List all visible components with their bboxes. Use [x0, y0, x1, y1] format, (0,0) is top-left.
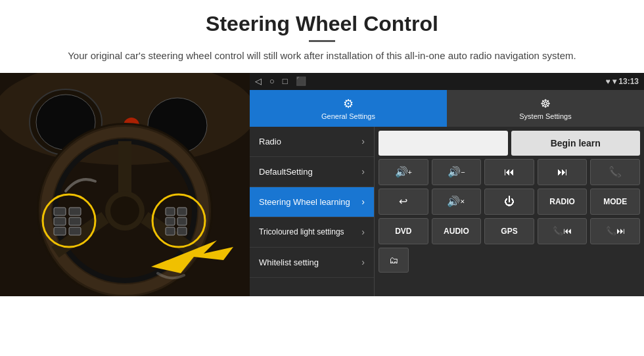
menu-default-chevron: ›: [361, 166, 365, 177]
vol-up-button[interactable]: 🔊+: [379, 159, 428, 185]
tab-system[interactable]: ☸ System Settings: [447, 90, 644, 127]
tab-general[interactable]: ⚙ General Settings: [250, 90, 447, 127]
menu-item-whitelist[interactable]: Whitelist setting ›: [250, 248, 374, 278]
menu-item-radio[interactable]: Radio ›: [250, 127, 374, 157]
svg-rect-16: [54, 208, 66, 215]
row-begin-learn: Begin learn: [379, 131, 640, 156]
call-next-button[interactable]: 📞⏭: [590, 218, 640, 244]
mute-button[interactable]: 🔊✕: [432, 189, 482, 215]
row-media-controls: DVD AUDIO GPS 📞⏮ 📞⏭: [379, 218, 640, 244]
tab-system-label: System Settings: [519, 112, 571, 120]
menu-steering-chevron: ›: [361, 196, 365, 207]
row-volume-controls: 🔊+ 🔊− ⏮ ⏭ 📞: [379, 159, 640, 185]
status-icons: ◁ ○ □ ⬛: [255, 76, 306, 86]
svg-rect-23: [166, 208, 175, 215]
menu-item-tricoloured[interactable]: Tricoloured light settings ›: [250, 217, 374, 248]
power-button[interactable]: ⏻: [484, 189, 534, 215]
menu-whitelist-chevron: ›: [361, 257, 365, 267]
svg-rect-21: [69, 227, 81, 235]
tab-bar: ⚙ General Settings ☸ System Settings: [250, 90, 644, 127]
sw-background: [0, 73, 250, 296]
menu-item-steering[interactable]: Steering Wheel learning ›: [250, 187, 374, 217]
learn-input[interactable]: [379, 131, 508, 156]
row-icon: 🗂: [379, 248, 640, 273]
status-bar: ◁ ○ □ ⬛ ♥ ▾ 13:13: [250, 73, 644, 90]
radio-button[interactable]: RADIO: [538, 189, 587, 215]
call-button[interactable]: 📞: [590, 159, 640, 185]
home-icon[interactable]: ○: [269, 76, 275, 86]
menu-icon-button[interactable]: 🗂: [379, 248, 409, 273]
call-prev-button[interactable]: 📞⏮: [538, 218, 587, 244]
back-icon[interactable]: ◁: [255, 76, 262, 86]
menu-icon[interactable]: ⬛: [296, 76, 306, 86]
gps-button[interactable]: GPS: [484, 218, 534, 244]
top-section: Steering Wheel Control Your original car…: [0, 0, 644, 70]
mode-button[interactable]: MODE: [590, 189, 640, 215]
vol-down-button[interactable]: 🔊−: [432, 159, 482, 185]
svg-rect-18: [54, 227, 66, 235]
title-divider: [309, 40, 335, 42]
status-time: ♥ ▾ 13:13: [606, 77, 639, 86]
left-menu: Radio › DefaultSetting › Steering Wheel …: [250, 127, 375, 296]
tab-general-label: General Settings: [321, 112, 375, 120]
svg-rect-25: [166, 217, 175, 225]
next-track-button[interactable]: ⏭: [538, 159, 587, 185]
menu-steering-label: Steering Wheel learning: [259, 197, 350, 207]
steering-wheel-svg: [0, 73, 250, 296]
svg-rect-19: [69, 208, 81, 215]
general-settings-icon: ⚙: [343, 97, 354, 111]
right-panel: Begin learn 🔊+ 🔊− ⏮ ⏭ 📞 ↩ 🔊✕ ⏻ RADIO MOD: [375, 127, 644, 296]
menu-tricoloured-chevron: ›: [361, 227, 365, 237]
prev-track-button[interactable]: ⏮: [484, 159, 534, 185]
begin-learn-button[interactable]: Begin learn: [511, 131, 641, 156]
system-settings-icon: ☸: [540, 97, 551, 111]
menu-radio-label: Radio: [259, 137, 281, 146]
menu-tricoloured-label: Tricoloured light settings: [259, 227, 344, 236]
dvd-button[interactable]: DVD: [379, 218, 428, 244]
content-area: ◁ ○ □ ⬛ ♥ ▾ 13:13 ⚙ General Settings ☸ S…: [0, 73, 644, 296]
svg-rect-28: [177, 227, 187, 235]
svg-rect-20: [69, 217, 81, 225]
page-title: Steering Wheel Control: [13, 12, 631, 36]
svg-rect-17: [54, 217, 66, 225]
subtitle: Your original car's steering wheel contr…: [13, 49, 631, 64]
hangup-button[interactable]: ↩: [379, 189, 428, 215]
main-content: Radio › DefaultSetting › Steering Wheel …: [250, 127, 644, 296]
recents-icon[interactable]: □: [283, 76, 288, 86]
svg-rect-24: [177, 208, 187, 215]
menu-radio-chevron: ›: [361, 136, 365, 146]
android-ui: ◁ ○ □ ⬛ ♥ ▾ 13:13 ⚙ General Settings ☸ S…: [250, 73, 644, 296]
row-call-controls: ↩ 🔊✕ ⏻ RADIO MODE: [379, 189, 640, 215]
svg-rect-27: [166, 227, 175, 235]
audio-button[interactable]: AUDIO: [432, 218, 482, 244]
menu-whitelist-label: Whitelist setting: [259, 257, 319, 267]
svg-point-14: [110, 196, 139, 225]
svg-rect-26: [177, 217, 187, 225]
steering-wheel-image: [0, 73, 250, 296]
menu-item-default[interactable]: DefaultSetting ›: [250, 157, 374, 187]
menu-default-label: DefaultSetting: [259, 167, 313, 177]
